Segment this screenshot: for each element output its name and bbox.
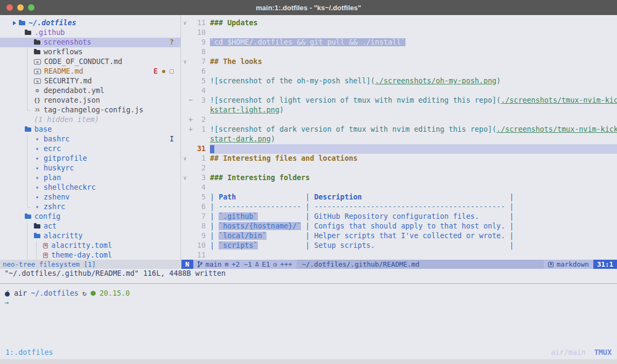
image-link[interactable]: kstart-light.png (210, 106, 279, 114)
editor-line[interactable]: 11 (181, 251, 617, 260)
mode-indicator: N (181, 260, 193, 269)
tree-item-screenshots[interactable]: screenshots ? (0, 38, 180, 47)
neotree-sidebar[interactable]: ~/.dotfiles .github screenshots ? workfl… (0, 15, 181, 260)
flask-icon: Δ (255, 260, 259, 269)
gear-icon: ⚙ (34, 86, 40, 96)
tree-item-act[interactable]: act (0, 222, 180, 231)
vim-cmdline-message: "~/.dotfiles/.github/README.md" 116L, 44… (0, 269, 617, 279)
editor-line[interactable]: ∨11 ### Updates (181, 18, 617, 28)
tree-item-label: README.md (44, 67, 83, 76)
tree-item-root[interactable]: ~/.dotfiles (0, 18, 180, 28)
folder-icon (34, 234, 40, 238)
editor-line[interactable]: ∨1 ## Interesting files and locations (181, 154, 617, 163)
statusline-git-section: main ⊞ +2 ~1 Δ E1 ◷ +++ (193, 260, 297, 269)
editor-line[interactable]: 5 ![screenshot of the oh-my-posh shell](… (181, 76, 617, 86)
editor-cursor-line[interactable]: 31 (181, 144, 617, 154)
tree-item-plan[interactable]: ✶ plan (0, 173, 180, 183)
tmux-statusbar: 1:.dotfiles air/main TMUX (0, 347, 617, 358)
markdown-file-icon: M (34, 69, 41, 74)
editor-pane[interactable]: ∨11 ### Updates 10 9 `cd $HOME/.dotfiles… (181, 15, 617, 260)
traffic-lights (6, 4, 34, 11)
current-line-number: 31 (194, 144, 210, 154)
inline-code: `.github` (219, 212, 258, 220)
tree-item-zshenv[interactable]: ✶ zshenv (0, 192, 180, 202)
editor-line[interactable]: 6 (181, 67, 617, 76)
editor-table-row[interactable]: 10 | `scripts` | Setup scripts. | (181, 241, 617, 251)
expander-icon (13, 21, 16, 25)
markdown-file-icon: M (34, 59, 41, 65)
tree-item-workflows[interactable]: workflows (0, 47, 180, 57)
titlebar: main:1:.dotfiles - "ks~/.dotfiles" (0, 0, 617, 15)
folder-icon (19, 21, 25, 25)
editor-line[interactable]: +2 (181, 115, 617, 125)
error-badge: E (153, 67, 158, 76)
fold-icon[interactable]: ∨ (181, 57, 188, 67)
fold-icon[interactable]: ∨ (181, 173, 188, 183)
tree-item-code-of-conduct[interactable]: M CODE_OF_CONDUCT.md (0, 57, 180, 67)
tree-item-theme-day-toml[interactable]: M theme-day.toml (0, 251, 180, 260)
editor-line[interactable]: 8 (181, 47, 617, 57)
image-link[interactable]: ./screenshots/tmux-nvim-kick (496, 125, 617, 133)
tree-item-config[interactable]: config (0, 212, 180, 222)
tree-item-bashrc[interactable]: ✶ bashrc I (0, 134, 180, 144)
tree-item-shellcheckrc[interactable]: ✶ shellcheckrc (0, 183, 180, 192)
editor-line[interactable]: 2 (181, 163, 617, 173)
editor-line-wrap[interactable]: start-dark.png) (181, 134, 617, 144)
cursor-position: 31:1 (593, 260, 617, 269)
editor-line-wrap[interactable]: kstart-light.png) (181, 105, 617, 115)
status-row: neo-tree filesystem [1] N main ⊞ +2 ~1 Δ… (0, 260, 617, 269)
tree-item-readme[interactable]: M README.md E (0, 67, 180, 76)
image-link[interactable]: ./screenshots/oh-my-posh.png (375, 77, 496, 85)
editor-table-row[interactable]: 8 | `hosts/{hostname}/` | Configs that s… (181, 222, 617, 231)
tree-item-tag-changelog[interactable]: JS tag-changelog-config.js (0, 105, 180, 115)
tree-item-alacritty-toml[interactable]: M alacritty.toml (0, 241, 180, 251)
editor-line[interactable]: ∨7 ## The looks (181, 57, 617, 67)
minimize-button[interactable] (17, 4, 24, 11)
editor-line[interactable]: ∨3 ### Interesting folders (181, 173, 617, 183)
tree-item-label: screenshots (44, 38, 92, 47)
tree-item-renovate[interactable]: {} renovate.json (0, 96, 180, 105)
tree-item-dependabot[interactable]: ⚙ dependabot.yml (0, 86, 180, 96)
editor-table-divider[interactable]: 6 | ------------------- | --------------… (181, 202, 617, 212)
tree-item-alacritty[interactable]: alacritty (0, 231, 180, 241)
markdown-file-icon: M (34, 78, 41, 84)
cursor (210, 145, 214, 153)
image-link[interactable]: start-dark.png (210, 135, 271, 143)
editor-line[interactable]: 4 (181, 183, 617, 192)
editor-line[interactable]: +1 ![screenshot of dark version of tmux … (181, 125, 617, 134)
editor-table-header[interactable]: 5 | Path | Description | (181, 192, 617, 202)
gitsign-add: + (188, 115, 194, 125)
tmux-badge: TMUX (594, 348, 612, 356)
pane-divider[interactable] (0, 283, 617, 284)
tree-item-label: act (44, 222, 57, 231)
editor-line[interactable]: 10 (181, 28, 617, 38)
editor-table-row[interactable]: 7 | `.github` | GitHub Repository config… (181, 212, 617, 222)
gitsign-change: ~ (188, 96, 194, 105)
editor-line[interactable]: 4 (181, 86, 617, 96)
markdown-h2: ## The looks (210, 58, 262, 66)
tree-item-label: .github (34, 28, 65, 38)
close-button[interactable] (6, 4, 13, 11)
tree-item-ecrc[interactable]: ✶ ecrc (0, 144, 180, 154)
fold-icon[interactable]: ∨ (181, 154, 188, 163)
inline-code: `hosts/{hostname}/` (219, 222, 301, 230)
tree-item-gitprofile[interactable]: ✶ gitprofile (0, 154, 180, 163)
tree-item-label: ~/.dotfiles (29, 18, 76, 28)
inline-code: `local/bin` (219, 232, 267, 240)
zoom-button[interactable] (28, 4, 34, 11)
tree-item-github[interactable]: .github (0, 28, 180, 38)
editor-line[interactable]: ~3 ![screenshot of light version of tmux… (181, 96, 617, 105)
tmux-window-item[interactable]: 1:.dotfiles (5, 348, 53, 356)
markdown-h3: ### Interesting folders (210, 174, 310, 182)
tree-item-security[interactable]: M SECURITY.md (0, 76, 180, 86)
image-link[interactable]: ./screenshots/tmux-nvim-kic (501, 96, 617, 104)
tree-item-base[interactable]: base (0, 125, 180, 134)
tree-item-zshrc[interactable]: ✶ zshrc (0, 202, 180, 212)
git-branch-icon (198, 261, 202, 268)
fold-icon[interactable]: ∨ (181, 18, 188, 28)
shell-input-line[interactable]: → (4, 298, 9, 308)
editor-table-row[interactable]: 9 | `local/bin` | Helper scripts that I'… (181, 231, 617, 241)
git-refresh-icon: ↻ (82, 289, 87, 297)
editor-line[interactable]: 9 `cd $HOME/.dotfiles && git pull && ./i… (181, 38, 617, 47)
tree-item-huskyrc[interactable]: ✶ huskyrc (0, 163, 180, 173)
